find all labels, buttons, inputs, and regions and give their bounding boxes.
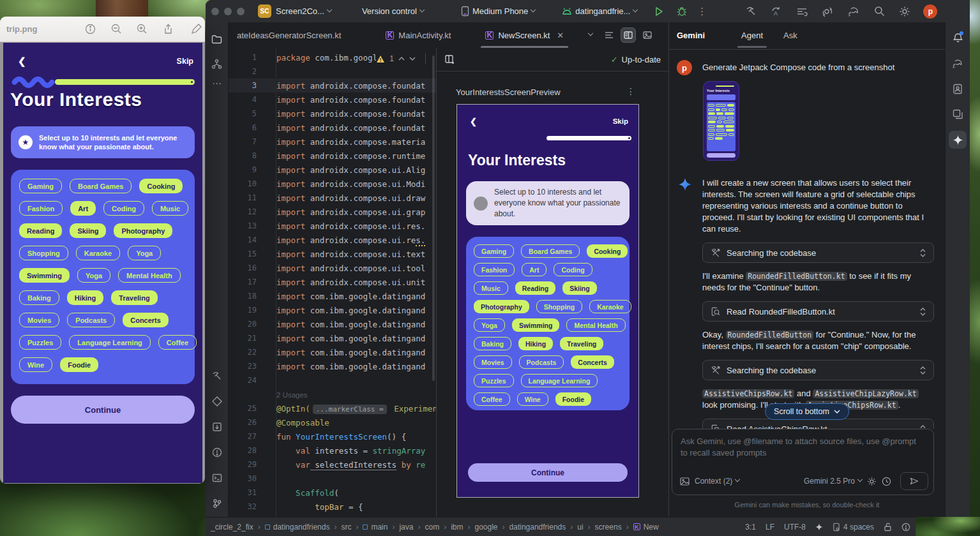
gradle-sync-icon[interactable] [847, 6, 860, 17]
code-line[interactable]: 30 [229, 472, 436, 486]
structure-tool-icon[interactable] [208, 55, 226, 73]
design-mode-icon[interactable] [640, 27, 655, 43]
line-ending[interactable]: LF [765, 523, 774, 532]
gradle-elephant-icon[interactable] [949, 54, 967, 72]
window-minimize-button[interactable] [224, 8, 232, 15]
breadcrumb[interactable]: _circle_2_fix›datingandfriends›src›main›… [211, 523, 739, 532]
markup-pencil-icon[interactable] [191, 24, 202, 34]
tool-call-read-file[interactable]: Read RoundedFilledButton.kt [702, 301, 934, 322]
code-mode-icon[interactable] [601, 27, 617, 43]
breadcrumb-item[interactable]: com [425, 523, 439, 532]
window-close-button[interactable] [211, 8, 219, 15]
device-selector[interactable]: Medium Phone [461, 6, 535, 17]
code-line[interactable]: 18import com.ibm.google.datingand [229, 289, 436, 303]
tab-agent[interactable]: Agent [741, 31, 763, 48]
code-line[interactable]: 21import com.ibm.google.datingand [229, 331, 436, 345]
error-indicator-icon[interactable] [901, 523, 910, 532]
zoom-out-icon[interactable] [111, 24, 122, 34]
code-line[interactable]: 20import com.ibm.google.datingand [229, 317, 436, 331]
attached-screenshot-thumbnail[interactable]: Your Interests [703, 81, 739, 161]
code-line[interactable]: 16import androidx.compose.ui.tool [229, 261, 436, 275]
breadcrumb-item[interactable]: google [474, 523, 497, 532]
tab-mainactivity[interactable]: KMainActivity.kt [377, 22, 459, 48]
attach-image-icon[interactable] [680, 477, 690, 486]
tab-dateideasgeneratorscreen[interactable]: ateIdeasGeneratorScreen.kt [229, 22, 349, 48]
code-line[interactable]: 28 val interests = stringArray [229, 443, 436, 458]
profiler-icon[interactable]: A [771, 6, 782, 17]
device-explorer-tool-icon[interactable] [208, 418, 226, 436]
info-icon[interactable] [85, 24, 96, 34]
code-line[interactable]: 5import androidx.compose.foundat [229, 107, 436, 121]
encoding[interactable]: UTF-8 [784, 523, 806, 532]
search-everywhere-icon[interactable] [874, 6, 885, 17]
code-line[interactable]: 12import androidx.compose.ui.grap [229, 205, 436, 219]
preview-name[interactable]: YourInterestsScreenPreview [456, 87, 637, 97]
code-line[interactable]: 3import androidx.compose.foundat [229, 78, 436, 93]
code-line[interactable]: 15import androidx.compose.ui.text [229, 247, 436, 261]
build-icon[interactable] [745, 6, 757, 17]
breadcrumb-item[interactable]: datingandfriends [265, 523, 330, 532]
zoom-in-icon[interactable] [137, 24, 147, 34]
code-line[interactable]: 25@OptIn(...markerClass = Experiment [229, 401, 436, 415]
terminal-tool-icon[interactable] [208, 469, 226, 487]
app-insights-tool-icon[interactable] [208, 392, 226, 410]
code-line[interactable]: 23import com.ibm.google.datingand [229, 359, 436, 373]
code-line[interactable]: 31 Scaffold( [229, 486, 436, 500]
debug-button[interactable] [677, 6, 687, 17]
indent-widget[interactable]: 4 spaces [833, 523, 874, 532]
code-line[interactable]: 22import com.ibm.google.datingand [229, 345, 436, 359]
tab-list-chevron-icon[interactable] [589, 22, 592, 48]
history-clock-icon[interactable] [882, 477, 891, 486]
vcs-widget[interactable]: Version control [362, 6, 424, 16]
code-line[interactable]: 2 [229, 64, 436, 78]
breadcrumb-item[interactable]: KNew [633, 523, 659, 532]
code-line[interactable]: 26@Composable [229, 415, 436, 429]
preview-layout-icon[interactable] [444, 54, 455, 64]
editor-scrollbar[interactable] [432, 56, 435, 381]
code-line[interactable]: 29 var selectedInterests by re [229, 458, 436, 472]
settings-gear-icon[interactable] [899, 6, 910, 17]
tab-newscreen[interactable]: KNewScreen.kt✕ [477, 22, 572, 48]
code-line[interactable]: 27fun YourInterestsScreen() { [229, 429, 436, 443]
breadcrumb-item[interactable]: _circle_2_fix [211, 523, 253, 532]
tool-call-search-codebase[interactable]: Searching the codebase [702, 360, 934, 380]
version-control-tool-icon[interactable] [208, 495, 226, 512]
code-line[interactable]: 8import androidx.compose.runtime [229, 149, 436, 163]
problems-tool-icon[interactable] [208, 443, 226, 461]
code-line[interactable]: 9import androidx.compose.ui.Alig [229, 163, 436, 177]
code-editor[interactable]: 1package com.ibm.googl23import androidx.… [229, 48, 436, 517]
code-line[interactable]: 4import androidx.compose.foundat [229, 93, 436, 107]
lock-icon[interactable] [884, 523, 892, 532]
project-tool-icon[interactable] [208, 30, 226, 48]
code-line[interactable]: 13import androidx.compose.ui.res. [229, 219, 436, 233]
breadcrumb-item[interactable]: ui [577, 523, 583, 532]
code-line[interactable]: 32 topBar = { [229, 500, 436, 514]
more-actions-icon[interactable]: ⋮ [697, 6, 707, 17]
close-tab-icon[interactable]: ✕ [557, 31, 564, 40]
code-line[interactable]: 7import androidx.compose.materia [229, 135, 436, 149]
scroll-to-bottom-button[interactable]: Scroll to bottom [765, 403, 849, 420]
window-zoom-button[interactable] [237, 8, 245, 15]
running-devices-icon[interactable] [949, 80, 967, 98]
code-line[interactable]: 14import androidx.compose.ui.res. [229, 233, 436, 247]
code-line[interactable]: 10import androidx.compose.ui.Modi [229, 177, 436, 191]
breadcrumb-item[interactable]: screens [595, 523, 622, 532]
code-line[interactable]: 6import androidx.compose.foundat [229, 121, 436, 135]
share-icon[interactable] [163, 24, 174, 34]
code-line[interactable]: 17import androidx.compose.ui.unit [229, 275, 436, 289]
breadcrumb-item[interactable]: java [399, 523, 413, 532]
user-avatar[interactable]: p [923, 4, 937, 19]
tool-call-search-codebase[interactable]: Searching the codebase [702, 242, 934, 263]
breadcrumb-item[interactable]: src [341, 523, 351, 532]
expand-icon[interactable] [920, 308, 926, 316]
inspection-widget[interactable]: 1 [376, 53, 431, 64]
code-line[interactable]: 11import androidx.compose.ui.draw [229, 191, 436, 205]
breadcrumb-item[interactable]: ibm [451, 523, 463, 532]
prev-problem-icon[interactable] [398, 57, 405, 61]
notifications-bell-icon[interactable] [949, 29, 967, 47]
apply-changes-icon[interactable] [822, 6, 833, 17]
preview-options-icon[interactable]: ⋮ [626, 86, 635, 96]
device-manager-icon[interactable] [949, 105, 967, 123]
prompt-settings-icon[interactable] [867, 477, 877, 486]
expand-icon[interactable] [920, 249, 926, 257]
